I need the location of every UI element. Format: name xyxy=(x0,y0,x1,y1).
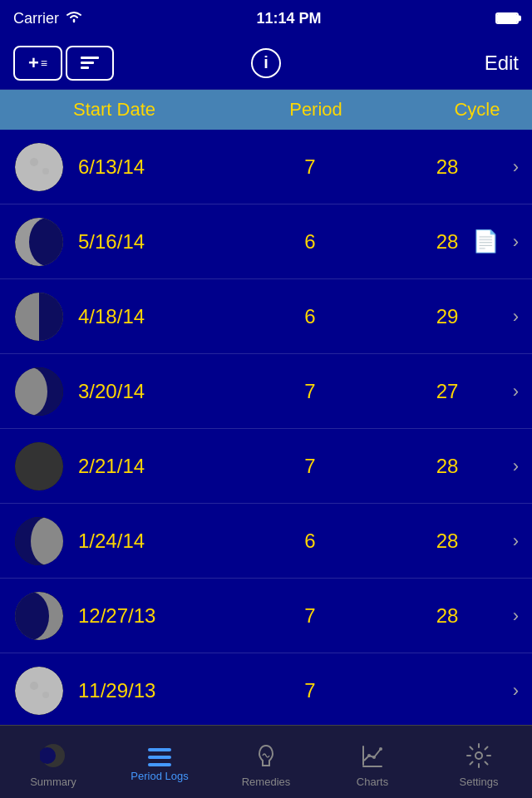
svg-point-40 xyxy=(475,752,482,759)
info-button[interactable]: i xyxy=(251,48,281,78)
status-right xyxy=(495,12,519,24)
svg-point-2 xyxy=(15,143,63,191)
charts-icon xyxy=(359,742,386,772)
table-row[interactable]: 5/16/14 6 28 📄 › xyxy=(0,204,532,279)
table-row[interactable]: 4/18/14 6 29 › xyxy=(0,279,532,354)
moon-phase-icon xyxy=(13,441,65,492)
filter-icon xyxy=(81,57,99,69)
row-chevron: › xyxy=(499,306,519,328)
battery-icon xyxy=(495,12,519,24)
svg-point-16 xyxy=(14,367,47,416)
line3 xyxy=(81,66,89,69)
table-header: Start Date Period Cycle xyxy=(0,90,532,130)
tab-label-remedies: Remedies xyxy=(242,776,291,788)
row-cycle: 28 xyxy=(422,155,472,179)
header-cycle: Cycle xyxy=(436,99,519,121)
svg-point-19 xyxy=(15,442,63,490)
toolbar: + ≡ i Edit xyxy=(0,37,532,90)
line1 xyxy=(81,57,99,59)
row-date: 12/27/13 xyxy=(65,604,198,628)
moon-phase-icon xyxy=(13,216,65,268)
row-chevron: › xyxy=(499,456,519,477)
row-cycle: 29 xyxy=(422,305,472,328)
toolbar-right: Edit xyxy=(350,52,519,75)
filter-button[interactable] xyxy=(66,46,114,81)
moon-phase-icon xyxy=(13,141,65,193)
svg-point-37 xyxy=(367,754,371,757)
tab-charts[interactable]: Charts xyxy=(319,726,426,798)
row-period: 7 xyxy=(198,455,422,478)
period-logs-icon xyxy=(148,748,171,766)
svg-rect-35 xyxy=(362,766,382,767)
toolbar-center: i xyxy=(182,48,351,78)
header-period: Period xyxy=(196,99,436,121)
tab-label-period-logs: Period Logs xyxy=(131,770,188,782)
main-content: + ≡ i Edit Start Date Period Cycle xyxy=(0,37,532,725)
summary-icon xyxy=(40,742,66,772)
row-date: 11/29/13 xyxy=(65,679,198,702)
row-period: 7 xyxy=(198,380,422,403)
table-body: 6/13/14 7 28 › 5/16/14 6 28 📄 › 4/18/14 … xyxy=(0,130,532,725)
svg-point-27 xyxy=(13,592,49,640)
table-row[interactable]: 11/29/13 7 › xyxy=(0,653,532,725)
note-icon: 📄 xyxy=(472,229,499,254)
remedies-icon xyxy=(253,742,279,772)
status-bar: Carrier 11:14 PM xyxy=(0,0,532,37)
row-cycle: 27 xyxy=(422,380,472,403)
row-period: 7 xyxy=(198,604,422,628)
moon-phase-icon xyxy=(13,665,65,717)
row-period: 6 xyxy=(198,530,422,553)
svg-point-3 xyxy=(30,158,38,166)
toolbar-left: + ≡ xyxy=(13,46,182,81)
row-period: 7 xyxy=(198,155,422,179)
add-icon-text: ≡ xyxy=(41,57,47,70)
row-period: 6 xyxy=(198,230,422,254)
table-row[interactable]: 1/24/14 6 28 › xyxy=(0,504,532,579)
tab-label-settings: Settings xyxy=(460,776,499,788)
moon-phase-icon xyxy=(13,366,65,417)
tab-period-logs[interactable]: Period Logs xyxy=(106,726,213,798)
svg-point-4 xyxy=(42,168,49,175)
svg-point-23 xyxy=(31,517,64,565)
info-icon: i xyxy=(264,53,268,72)
row-chevron: › xyxy=(499,530,519,552)
header-start-date: Start Date xyxy=(13,99,196,121)
edit-button[interactable]: Edit xyxy=(485,52,519,75)
table-row[interactable]: 12/27/13 7 28 › xyxy=(0,579,532,653)
status-left: Carrier xyxy=(13,10,82,27)
row-date: 1/24/14 xyxy=(65,530,198,553)
tab-bar: Summary Period Logs Remedies Charts Sett… xyxy=(0,725,532,798)
svg-rect-36 xyxy=(362,746,364,766)
tab-label-charts: Charts xyxy=(357,776,388,788)
row-date: 4/18/14 xyxy=(65,305,198,328)
row-period: 6 xyxy=(198,305,422,328)
row-cycle: 28 xyxy=(422,530,472,553)
svg-point-32 xyxy=(42,692,49,698)
row-chevron: › xyxy=(499,381,519,402)
svg-point-8 xyxy=(29,218,65,266)
battery-fill xyxy=(497,14,517,22)
row-chevron: › xyxy=(499,680,519,702)
moon-phase-icon xyxy=(13,515,65,567)
row-cycle: 28 xyxy=(422,604,472,628)
row-cycle: 28 xyxy=(422,455,472,478)
settings-icon xyxy=(466,742,492,772)
table-row[interactable]: 3/20/14 7 27 › xyxy=(0,354,532,429)
table-row[interactable]: 2/21/14 7 28 › xyxy=(0,429,532,504)
table-row[interactable]: 6/13/14 7 28 › xyxy=(0,130,532,204)
svg-point-38 xyxy=(372,756,376,759)
add-entry-button[interactable]: + ≡ xyxy=(13,46,62,81)
row-date: 5/16/14 xyxy=(65,230,198,254)
row-date: 3/20/14 xyxy=(65,380,198,403)
wifi-icon xyxy=(66,10,82,27)
tab-summary[interactable]: Summary xyxy=(0,726,106,798)
tab-settings[interactable]: Settings xyxy=(426,726,532,798)
svg-point-31 xyxy=(30,682,38,690)
row-chevron: › xyxy=(499,156,519,178)
row-chevron: › xyxy=(499,231,519,253)
tab-remedies[interactable]: Remedies xyxy=(213,726,319,798)
moon-phase-icon xyxy=(13,291,65,342)
row-date: 2/21/14 xyxy=(65,455,198,478)
row-date: 6/13/14 xyxy=(65,155,198,179)
tab-label-summary: Summary xyxy=(30,776,76,788)
